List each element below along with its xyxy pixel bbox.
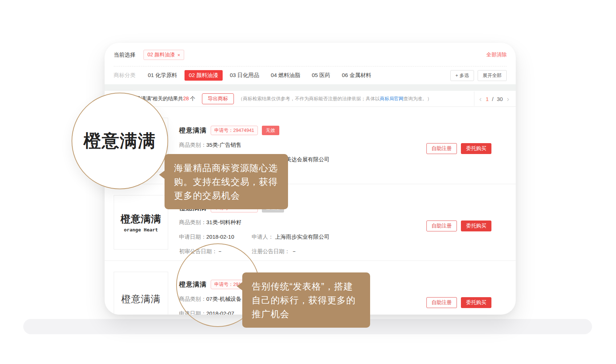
category-field-label: 商品类别： <box>179 218 206 227</box>
current-page: 1 <box>486 96 489 102</box>
self-register-button[interactable]: 自助注册 <box>426 221 457 231</box>
tooltip-2-text: 告别传统“发表格”，搭建自己的标行，获得更多的推广机会 <box>252 281 356 319</box>
reg-notice-field: 注册公告日期： － <box>252 247 297 256</box>
clear-all-button[interactable]: 全部清除 <box>486 52 507 58</box>
category-label: 商标分类 <box>114 72 135 79</box>
selected-filter-tag-label: 02 颜料油漆 <box>147 52 175 58</box>
category-chip-04[interactable]: 04 燃料油脂 <box>267 70 305 81</box>
date-field: 申请日期： 2018-02-10 <box>179 232 252 242</box>
reg-notice-value: － <box>291 248 297 254</box>
application-number-tag: 申请号：29474941 <box>211 126 258 135</box>
disclaimer-prefix: （商标检索结果仅供参考，不作为商标能否注册的法律依据；具体以 <box>238 96 380 101</box>
entrust-purchase-button[interactable]: 委托购买 <box>461 143 491 154</box>
category-chip-01[interactable]: 01 化学原料 <box>143 70 182 81</box>
category-field-value: 31类-饲料种籽 <box>206 218 242 227</box>
disclaimer-text: （商标检索结果仅供参考，不作为商标能否注册的法律依据；具体以商标局官网查询为准。… <box>238 96 432 102</box>
reg-notice-label: 注册公告日期： <box>252 248 290 254</box>
results-header: 检索到“橙意满满”相关的结果共28 个 导出商标 （商标检索结果仅供参考，不作为… <box>105 91 516 107</box>
pagination: ‹ 1 / 30 › <box>478 91 510 107</box>
selected-filter-tag[interactable]: 02 颜料油漆 × <box>143 50 184 60</box>
page-separator: / <box>492 96 493 102</box>
magnifier-circle-1: 橙意满满 <box>72 93 168 189</box>
date-field-label: 申请日期： <box>179 232 206 242</box>
trademark-image-3: 橙意满满 <box>114 272 168 315</box>
trademark-office-link[interactable]: 商标局官网 <box>380 96 404 101</box>
row-1-actions: 自助注册 委托购买 <box>426 143 491 154</box>
tag-close-icon[interactable]: × <box>177 52 180 58</box>
magnified-trademark-text: 橙意满满 <box>84 129 156 153</box>
callout-tooltip-2: 告别传统“发表格”，搭建自己的标行，获得更多的推广机会 <box>242 272 370 328</box>
expand-all-button[interactable]: 展开全部 <box>478 70 507 81</box>
trademark-image-subtext: orange Heart <box>124 227 158 232</box>
summary-suffix: 个 <box>189 96 195 101</box>
tooltip-arrow-left-icon <box>159 170 165 179</box>
filter-section: 当前选择 02 颜料油漆 × 全部清除 商标分类 01 化学原料 02 颜料油漆… <box>105 43 516 84</box>
current-selection-row: 当前选择 02 颜料油漆 × 全部清除 <box>105 43 516 62</box>
page: 当前选择 02 颜料油漆 × 全部清除 商标分类 01 化学原料 02 颜料油漆… <box>0 0 616 364</box>
multi-select-button[interactable]: + 多选 <box>450 70 474 81</box>
trademark-image-text: 橙意满满 <box>121 293 161 306</box>
row-2-date-line: 申请日期： 2018-02-10 申请人： 上海雨步实业有限公司 <box>179 232 329 242</box>
entrust-purchase-button[interactable]: 委托购买 <box>461 297 491 308</box>
applicant-field-label: 申请人： <box>252 234 273 240</box>
self-register-button[interactable]: 自助注册 <box>426 297 457 308</box>
row-3-actions: 自助注册 委托购买 <box>426 297 491 308</box>
row-2-category-line: 商品类别： 31类-饲料种籽 <box>179 218 329 227</box>
row-1-title-line: 橙意满满 申请号：29474941 无效 <box>179 126 329 135</box>
results-count: 28 <box>183 96 189 101</box>
section-gap-band <box>105 84 516 91</box>
callout-tooltip-1: 海量精品商标资源随心选购。支持在线交易，获得更多的交易机会 <box>165 154 288 209</box>
trademark-image-2: 橙意满满 orange Heart <box>114 195 168 250</box>
current-selection-label: 当前选择 <box>114 52 135 58</box>
status-badge-invalid: 无效 <box>262 126 279 135</box>
date-field-value: 2018-02-10 <box>206 232 234 242</box>
applicant-field: 申请人： 上海雨步实业有限公司 <box>252 232 329 242</box>
disclaimer-suffix: 查询为准。） <box>404 96 432 101</box>
category-chip-02-active[interactable]: 02 颜料油漆 <box>185 70 223 81</box>
category-chip-05[interactable]: 05 医药 <box>307 70 335 81</box>
trademark-name: 橙意满满 <box>179 126 207 135</box>
category-tools: + 多选 展开全部 <box>450 70 507 81</box>
header-vertical-divider <box>474 92 474 106</box>
row-2-actions: 自助注册 委托购买 <box>426 221 491 231</box>
total-pages: 30 <box>497 96 503 102</box>
tooltip-1-text: 海量精品商标资源随心选购。支持在线交易，获得更多的交易机会 <box>174 163 278 201</box>
category-chip-03[interactable]: 03 日化用品 <box>226 70 264 81</box>
category-chip-06[interactable]: 06 金属材料 <box>337 70 376 81</box>
tooltip-arrow-left-icon <box>237 282 243 291</box>
category-field-value: 35类-广告销售 <box>206 140 242 150</box>
row-1-category-line: 商品类别： 35类-广告销售 <box>179 140 329 150</box>
trademark-image-text: 橙意满满 <box>121 213 161 226</box>
category-field-label: 商品类别： <box>179 140 206 150</box>
export-trademarks-button[interactable]: 导出商标 <box>202 93 234 104</box>
prev-page-icon[interactable]: ‹ <box>478 95 482 102</box>
applicant-field-value: 上海雨步实业有限公司 <box>275 234 329 240</box>
category-row: 商标分类 01 化学原料 02 颜料油漆 03 日化用品 04 燃料油脂 05 … <box>105 66 516 84</box>
entrust-purchase-button[interactable]: 委托购买 <box>461 221 491 231</box>
next-page-icon[interactable]: › <box>506 95 510 102</box>
self-register-button[interactable]: 自助注册 <box>426 143 457 154</box>
